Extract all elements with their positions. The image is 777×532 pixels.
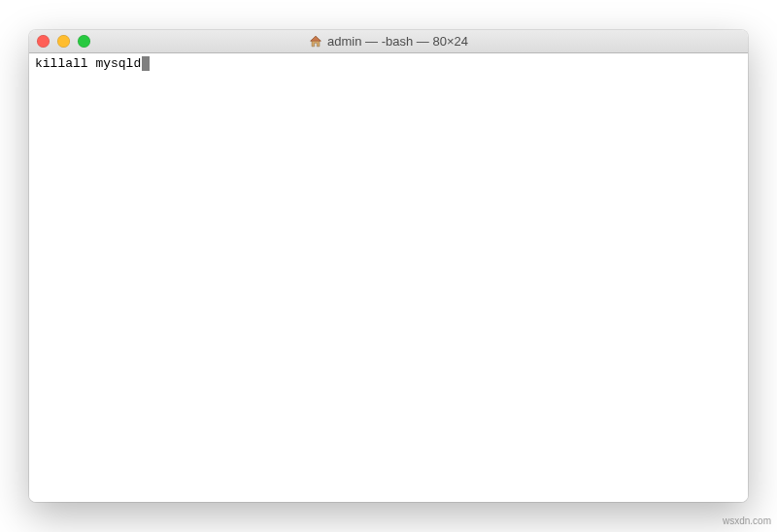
maximize-button[interactable] bbox=[78, 35, 90, 48]
close-button[interactable] bbox=[37, 35, 50, 48]
traffic-lights bbox=[37, 35, 90, 48]
titlebar[interactable]: admin — -bash — 80×24 bbox=[29, 30, 748, 53]
title-center: admin — -bash — 80×24 bbox=[29, 34, 748, 49]
window-title: admin — -bash — 80×24 bbox=[327, 34, 468, 49]
watermark: wsxdn.com bbox=[723, 515, 771, 526]
terminal-text: killall mysqld bbox=[35, 56, 141, 71]
terminal-line: killall mysqld bbox=[35, 56, 742, 73]
terminal-window: admin — -bash — 80×24 killall mysqld bbox=[29, 30, 748, 502]
cursor bbox=[142, 56, 150, 71]
terminal-body[interactable]: killall mysqld bbox=[29, 53, 748, 502]
minimize-button[interactable] bbox=[57, 35, 70, 48]
home-icon bbox=[309, 35, 322, 49]
